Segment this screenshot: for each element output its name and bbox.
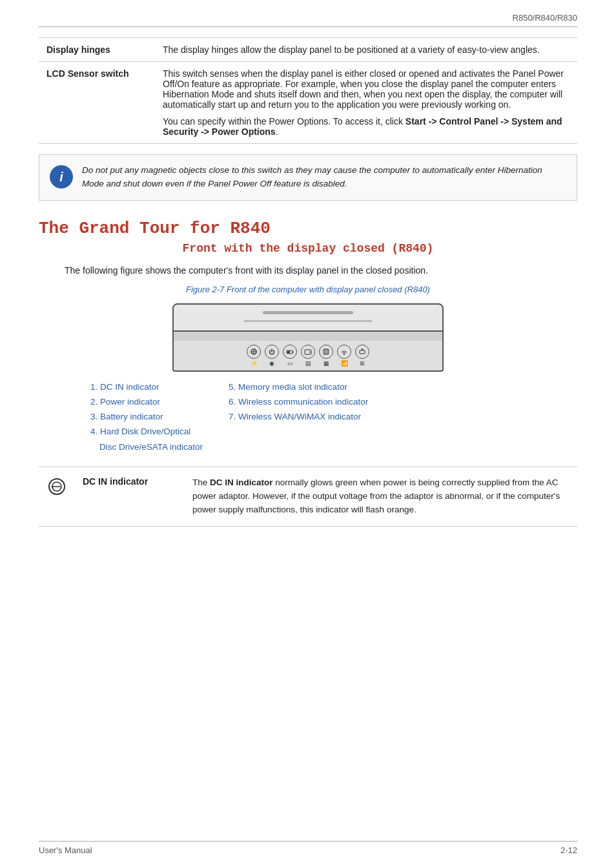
indicator-3: 3. Battery indicator bbox=[90, 410, 203, 423]
info-box: i Do not put any magnetic objects close … bbox=[39, 154, 577, 201]
dc-in-label: DC IN indicator bbox=[75, 467, 185, 526]
laptop-top bbox=[172, 303, 444, 332]
lcd-desc-para2: You can specify within the Power Options… bbox=[163, 116, 570, 137]
icon-battery: ▭ bbox=[283, 345, 297, 367]
svg-marker-19 bbox=[52, 485, 54, 488]
dc-in-icon bbox=[46, 484, 67, 500]
info-icon: i bbox=[50, 165, 73, 188]
detail-row-dc-in: DC IN indicator The DC IN indicator norm… bbox=[39, 467, 577, 526]
indicator-4b: Disc Drive/eSATA indicator bbox=[90, 441, 203, 454]
icon-wan: ⊞ bbox=[355, 345, 369, 367]
laptop-connector-area: ⚡ ◉ ▭ bbox=[172, 341, 444, 372]
indicator-6: 6. Wireless communication indicator bbox=[229, 396, 368, 409]
indicator-2: 2. Power indicator bbox=[90, 396, 203, 409]
laptop-top-line2 bbox=[243, 320, 373, 322]
laptop-body bbox=[172, 332, 444, 341]
indicator-4: 4. Hard Disk Drive/Optical bbox=[90, 425, 203, 438]
footer-left: User's Manual bbox=[39, 845, 92, 855]
footer-right: 2-12 bbox=[560, 845, 577, 855]
svg-rect-13 bbox=[360, 350, 365, 354]
subsection-title: Front with the display closed (R840) bbox=[39, 242, 577, 255]
icon-power: ◉ bbox=[265, 345, 279, 367]
svg-rect-5 bbox=[287, 351, 290, 353]
dc-in-bold-text: DC IN indicator bbox=[210, 478, 273, 487]
page-footer: User's Manual 2-12 bbox=[39, 841, 577, 855]
indicator-1: 1. DC IN indicator bbox=[90, 381, 203, 394]
icon-hdd: ▤ bbox=[301, 345, 315, 367]
icon-wireless: 📶 bbox=[337, 345, 351, 367]
desc-lcd-sensor: This switch senses when the display pane… bbox=[155, 62, 577, 144]
indicators-section: 1. DC IN indicator 2. Power indicator 3.… bbox=[39, 381, 577, 454]
laptop-top-line bbox=[263, 311, 353, 314]
indicator-5: 5. Memory media slot indicator bbox=[229, 381, 368, 394]
table-row-display-hinges: Display hinges The display hinges allow … bbox=[39, 38, 577, 62]
indicators-col2: 5. Memory media slot indicator 6. Wirele… bbox=[229, 381, 368, 454]
dc-in-description: The DC IN indicator normally glows green… bbox=[185, 467, 577, 526]
detail-table: DC IN indicator The DC IN indicator norm… bbox=[39, 467, 577, 527]
term-display-hinges: Display hinges bbox=[39, 38, 155, 62]
icon-dc-in: ⚡ bbox=[247, 345, 261, 367]
content-table: Display hinges The display hinges allow … bbox=[39, 37, 577, 144]
indicator-7: 7. Wireless WAN/WiMAX indicator bbox=[229, 410, 368, 423]
icon-row: ⚡ ◉ ▭ bbox=[247, 345, 369, 367]
laptop-diagram: ⚡ ◉ ▭ bbox=[39, 303, 577, 372]
figure-caption: Figure 2-7 Front of the computer with di… bbox=[39, 285, 577, 294]
body-text: The following figure shows the computer'… bbox=[39, 264, 577, 278]
desc-display-hinges: The display hinges allow the display pan… bbox=[155, 38, 577, 62]
info-box-text: Do not put any magnetic objects close to… bbox=[82, 164, 566, 191]
svg-point-7 bbox=[309, 351, 311, 352]
term-lcd-sensor: LCD Sensor switch bbox=[39, 62, 155, 144]
indicators-col1: 1. DC IN indicator 2. Power indicator 3.… bbox=[90, 381, 203, 454]
dc-in-icon-cell bbox=[39, 467, 75, 526]
section-title: The Grand Tour for R840 bbox=[39, 219, 577, 238]
svg-rect-4 bbox=[293, 351, 294, 352]
header-label: R850/R840/R830 bbox=[513, 13, 577, 23]
lcd-desc-para1: This switch senses when the display pane… bbox=[163, 68, 570, 110]
icon-memory: ▦ bbox=[319, 345, 333, 367]
power-options-bold: Start -> Control Panel -> System and Sec… bbox=[163, 116, 562, 137]
svg-point-12 bbox=[344, 354, 345, 355]
table-row-lcd-sensor: LCD Sensor switch This switch senses whe… bbox=[39, 62, 577, 144]
page-header: R850/R840/R830 bbox=[39, 13, 577, 27]
